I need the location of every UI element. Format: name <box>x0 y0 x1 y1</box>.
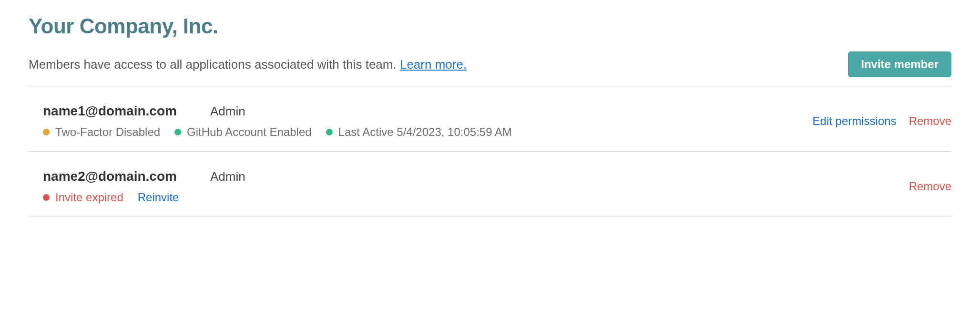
status-dot-icon <box>326 129 333 135</box>
member-status-line: Two-Factor Disabled GitHub Account Enabl… <box>43 125 512 139</box>
status-dot-icon <box>174 129 181 135</box>
status-dot-icon <box>43 194 50 201</box>
invite-status: Invite expired <box>43 191 123 204</box>
github-status: GitHub Account Enabled <box>174 125 312 139</box>
intro-text: Members have access to all applications … <box>29 57 467 72</box>
intro-text-body: Members have access to all applications … <box>29 57 400 72</box>
member-actions: Edit permissions Remove <box>813 114 951 128</box>
member-info: name2@domain.com Admin Invite expired Re… <box>43 169 245 204</box>
remove-link[interactable]: Remove <box>909 180 951 193</box>
member-email: name1@domain.com <box>43 103 177 119</box>
two-factor-status: Two-Factor Disabled <box>43 125 160 139</box>
member-row: name2@domain.com Admin Invite expired Re… <box>29 152 951 217</box>
last-active-label: Last Active 5/4/2023, 10:05:59 AM <box>338 125 512 139</box>
member-role: Admin <box>210 104 245 119</box>
member-top-line: name2@domain.com Admin <box>43 169 245 184</box>
status-dot-icon <box>43 129 50 135</box>
page-title: Your Company, Inc. <box>29 14 951 38</box>
reinvite-link[interactable]: Reinvite <box>138 191 179 204</box>
member-email: name2@domain.com <box>43 169 177 184</box>
member-row: name1@domain.com Admin Two-Factor Disabl… <box>29 86 951 152</box>
member-actions: Remove <box>909 180 951 193</box>
member-top-line: name1@domain.com Admin <box>43 103 512 119</box>
member-status-line: Invite expired Reinvite <box>43 191 245 204</box>
invite-status-label: Invite expired <box>55 191 123 204</box>
member-info: name1@domain.com Admin Two-Factor Disabl… <box>43 103 512 139</box>
remove-link[interactable]: Remove <box>909 114 951 128</box>
github-label: GitHub Account Enabled <box>187 125 312 139</box>
learn-more-link[interactable]: Learn more. <box>400 57 467 72</box>
edit-permissions-link[interactable]: Edit permissions <box>813 114 897 128</box>
two-factor-label: Two-Factor Disabled <box>55 125 160 139</box>
last-active-status: Last Active 5/4/2023, 10:05:59 AM <box>326 125 512 139</box>
member-role: Admin <box>210 169 245 184</box>
invite-member-button[interactable]: Invite member <box>848 52 951 77</box>
intro-row: Members have access to all applications … <box>29 52 951 86</box>
